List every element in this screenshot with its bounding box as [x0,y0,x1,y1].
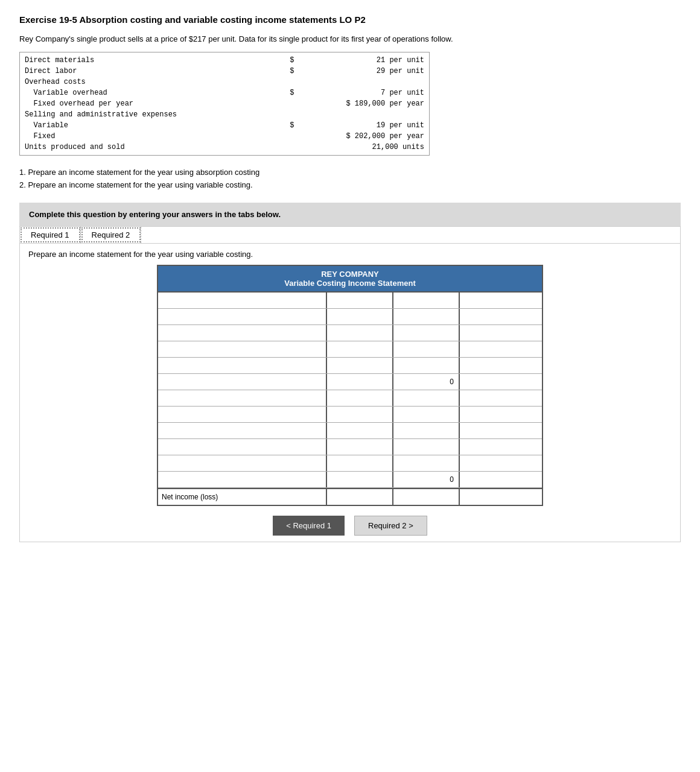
stmt-input[interactable] [462,345,524,353]
stmt-col3-cell[interactable] [393,423,460,438]
stmt-col3-cell[interactable] [393,341,460,357]
stmt-col4-cell[interactable] [460,439,526,455]
stmt-col2-cell[interactable] [327,423,393,438]
required1-button[interactable]: < Required 1 [273,516,345,536]
stmt-col3-cell[interactable] [393,439,460,455]
company-name: REY COMPANY [158,270,542,279]
stmt-input[interactable] [329,443,390,451]
stmt-col2-cell[interactable] [327,309,393,324]
stmt-col2-cell[interactable] [327,293,393,308]
stmt-input[interactable] [462,475,524,484]
stmt-col3-cell[interactable] [393,455,460,471]
stmt-input[interactable] [396,329,456,337]
stmt-col4-cell[interactable] [460,309,526,324]
stmt-input[interactable] [396,426,456,435]
stmt-col2-cell[interactable] [327,407,393,422]
stmt-label-cell [158,390,327,406]
stmt-row [158,407,542,423]
stmt-col2-cell[interactable] [327,325,393,341]
stmt-input[interactable] [329,475,390,484]
stmt-col4-cell[interactable] [460,390,526,406]
net-income-col4[interactable] [460,489,526,505]
stmt-col4-cell[interactable] [460,407,526,422]
tab-required2[interactable]: Required 2 [81,227,142,243]
stmt-input[interactable] [329,361,390,370]
stmt-col2-cell[interactable] [327,341,393,357]
stmt-input[interactable] [396,410,456,419]
table-row: Direct materials $ 21 per unit [20,52,429,66]
net-income-input[interactable] [329,493,390,501]
net-income-col2[interactable] [327,489,393,505]
stmt-label-cell [158,309,327,324]
stmt-col3-cell[interactable] [393,309,460,324]
stmt-col3-cell[interactable]: 0 [393,374,460,390]
stmt-input[interactable] [329,426,390,435]
stmt-input[interactable] [329,345,390,353]
stmt-input[interactable] [462,312,524,321]
stmt-label-cell [158,293,327,308]
stmt-input[interactable] [329,410,390,419]
stmt-input[interactable] [329,296,390,305]
stmt-row [158,455,542,472]
data-table: Direct materials $ 21 per unit Direct la… [19,52,430,156]
stmt-input[interactable] [329,459,390,467]
stmt-input[interactable] [329,394,390,402]
table-row: Fixed $ 202,000 per year [20,131,429,142]
stmt-input[interactable] [396,361,456,370]
net-income-col3[interactable] [393,489,460,505]
stmt-col4-cell[interactable] [460,472,526,487]
stmt-col2-cell[interactable] [327,455,393,471]
stmt-col2-cell[interactable] [327,358,393,373]
stmt-label-cell [158,407,327,422]
stmt-label-cell [158,325,327,341]
stmt-col3-cell[interactable] [393,293,460,308]
net-income-input[interactable] [396,493,456,501]
stmt-col2-cell[interactable] [327,472,393,487]
stmt-input[interactable] [396,345,456,353]
stmt-input[interactable] [462,329,524,337]
stmt-input[interactable] [396,459,456,467]
stmt-col3-cell[interactable] [393,390,460,406]
stmt-input[interactable] [462,410,524,419]
stmt-col3-cell[interactable] [393,358,460,373]
stmt-input[interactable] [396,443,456,451]
stmt-row: 0 [158,472,542,488]
stmt-col2-cell[interactable] [327,374,393,390]
stmt-col2-cell[interactable] [327,439,393,455]
required2-button[interactable]: Required 2 > [354,516,427,536]
stmt-input[interactable] [462,426,524,435]
stmt-input[interactable] [462,443,524,451]
tab-required1[interactable]: Required 1 [20,227,81,243]
page-title: Exercise 19-5 Absorption costing and var… [19,14,681,25]
stmt-col2-cell[interactable] [327,390,393,406]
stmt-input[interactable] [329,329,390,337]
stmt-input[interactable] [462,378,524,386]
stmt-col4-cell[interactable] [460,325,526,341]
stmt-col3-cell[interactable]: 0 [393,472,460,487]
stmt-col4-cell[interactable] [460,423,526,438]
stmt-col4-cell[interactable] [460,374,526,390]
net-income-input[interactable] [462,493,524,501]
stmt-col4-cell[interactable] [460,358,526,373]
stmt-input[interactable] [396,296,456,305]
statement-header: REY COMPANY Variable Costing Income Stat… [158,266,542,291]
stmt-input[interactable] [462,459,524,467]
table-row: Variable $ 19 per unit [20,120,429,131]
net-income-row: Net income (loss) [158,488,542,505]
stmt-input[interactable] [462,361,524,370]
stmt-col4-cell[interactable] [460,455,526,471]
stmt-input[interactable] [396,312,456,321]
stmt-input[interactable] [462,296,524,305]
stmt-input[interactable] [462,394,524,402]
stmt-col3-cell[interactable] [393,325,460,341]
net-income-label-cell: Net income (loss) [158,489,327,505]
stmt-col4-cell[interactable] [460,341,526,357]
stmt-input[interactable] [329,378,390,386]
zero-value-2: 0 [396,475,456,484]
stmt-label-cell [158,341,327,357]
tab-content: Prepare an income statement for the year… [20,244,680,542]
stmt-col3-cell[interactable] [393,407,460,422]
stmt-input[interactable] [329,312,390,321]
stmt-input[interactable] [396,394,456,402]
stmt-col4-cell[interactable] [460,293,526,308]
